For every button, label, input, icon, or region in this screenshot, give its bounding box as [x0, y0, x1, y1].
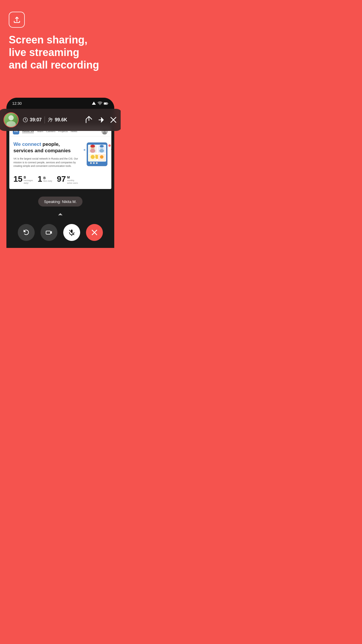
browser-content: VK About Us Team Careers Projects News	[9, 126, 111, 189]
rotate-icon	[23, 229, 30, 236]
signal-icon	[92, 101, 96, 106]
speaking-text: Speaking: Nikita M.	[44, 200, 77, 204]
floating-overlay: 39:07 99.6K	[0, 109, 121, 131]
share-icon-box	[9, 12, 25, 28]
avatar-image	[4, 113, 18, 127]
stats-row: 15 B messages dailyt 1 B likes daily	[9, 172, 111, 189]
close-overlay-icon[interactable]	[110, 116, 117, 124]
share-icon	[13, 16, 21, 24]
viewers-icon	[48, 117, 53, 123]
chevron-up-icon[interactable]	[57, 211, 64, 218]
battery-icon	[104, 101, 108, 106]
svg-point-32	[96, 162, 98, 164]
overlay-divider	[45, 116, 45, 123]
rotate-button[interactable]	[18, 224, 35, 241]
svg-point-35	[84, 149, 85, 151]
call-controls	[10, 221, 110, 248]
stat-users: 97 M monthly active users	[57, 175, 78, 184]
svg-point-31	[93, 162, 95, 164]
end-call-button[interactable]	[86, 224, 103, 241]
svg-rect-3	[104, 103, 107, 104]
svg-rect-4	[108, 103, 108, 104]
share-out-icon[interactable]	[97, 116, 105, 124]
chevron-area[interactable]	[10, 209, 110, 221]
svg-point-21	[99, 149, 104, 153]
stat-messages-label-block: B messages dailyt	[24, 175, 33, 184]
phone-mockup: 12:30	[6, 98, 114, 248]
overlay-actions	[85, 116, 117, 124]
stat-users-label-block: M monthly active users	[67, 175, 78, 184]
status-bar: 12:30	[6, 98, 114, 108]
svg-point-6	[49, 118, 51, 120]
tablet-illustration	[81, 141, 107, 162]
hero-headline: We connect people, services and companie…	[13, 141, 78, 154]
hero-description: VK is the largest social network in Russ…	[13, 157, 78, 168]
svg-rect-36	[46, 231, 50, 234]
svg-point-18	[90, 145, 95, 148]
svg-point-1	[100, 104, 100, 105]
stat-likes-label-block: B likes daily	[43, 176, 52, 182]
page-wrapper: Screen sharing, live streaming and call …	[0, 0, 121, 248]
share-forward-icon[interactable]	[85, 116, 93, 124]
overlay-stats: 39:07 99.6K	[23, 116, 81, 123]
svg-point-30	[90, 162, 92, 164]
overlay-avatar	[3, 112, 19, 127]
svg-point-7	[51, 118, 52, 120]
status-icons	[92, 101, 108, 106]
svg-marker-0	[92, 102, 96, 105]
website-hero: We connect people, services and companie…	[9, 136, 111, 172]
wifi-icon	[98, 101, 102, 106]
stat-messages-number: 15	[13, 175, 22, 183]
stat-messages: 15 B messages dailyt	[13, 175, 33, 184]
phone-dark-bottom: Speaking: Nikita M.	[6, 189, 114, 248]
phone-mockup-wrapper: 12:30	[0, 98, 121, 248]
svg-point-34	[111, 148, 112, 150]
svg-point-26	[95, 155, 97, 157]
camera-icon	[45, 229, 52, 236]
svg-point-29	[100, 155, 103, 159]
end-call-icon	[91, 229, 98, 236]
svg-point-22	[100, 145, 104, 147]
header-title: Screen sharing, live streaming and call …	[9, 34, 112, 71]
mute-button[interactable]	[63, 224, 80, 241]
hero-text-block: We connect people, services and companie…	[13, 141, 78, 168]
overlay-viewers: 99.6K	[48, 117, 67, 123]
svg-point-24	[91, 155, 95, 159]
header-section: Screen sharing, live streaming and call …	[0, 0, 121, 77]
mute-icon	[68, 229, 75, 236]
svg-point-33	[108, 144, 111, 147]
stat-users-number: 97	[57, 175, 66, 183]
tablet-svg	[81, 141, 111, 167]
clock-icon	[23, 117, 28, 123]
speaking-pill: Speaking: Nikita M.	[38, 197, 82, 206]
camera-button[interactable]	[41, 224, 57, 241]
status-time: 12:30	[12, 101, 22, 106]
overlay-timer: 39:07	[23, 117, 42, 123]
stat-likes-number: 1	[38, 175, 42, 183]
svg-point-17	[90, 149, 95, 153]
stat-likes: 1 B likes daily	[38, 175, 52, 183]
headline-blue: We connect	[13, 141, 41, 147]
